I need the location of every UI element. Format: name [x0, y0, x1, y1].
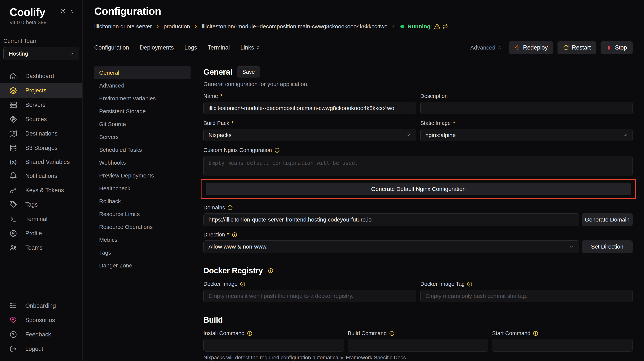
- domains-label: Domains: [204, 204, 225, 211]
- name-input[interactable]: [204, 102, 416, 114]
- build-pack-select[interactable]: Nixpacks: [204, 129, 416, 141]
- variables-icon: (x): [10, 159, 17, 165]
- subnav-item-scheduled-tasks[interactable]: Scheduled Tasks: [94, 143, 190, 156]
- docker-image-tag-input[interactable]: [420, 290, 633, 302]
- info-icon[interactable]: [268, 268, 274, 273]
- chevron-down-icon: [69, 51, 74, 56]
- custom-nginx-textarea[interactable]: [204, 156, 633, 176]
- sidebar-item-logout[interactable]: Logout: [0, 342, 82, 356]
- section-title-build: Build: [204, 315, 223, 324]
- subnav-item-advanced[interactable]: Advanced: [94, 79, 190, 92]
- static-image-select[interactable]: nginx:alpine: [420, 129, 633, 141]
- checklist-icon: [10, 302, 17, 310]
- install-command-input[interactable]: [204, 339, 344, 351]
- subnav-item-webhooks[interactable]: Webhooks: [94, 156, 190, 169]
- subnav-item-rollback[interactable]: Rollback: [94, 195, 190, 208]
- direction-select[interactable]: Allow www & non-www.: [204, 240, 579, 253]
- breadcrumb-project[interactable]: illicitonion quote server: [94, 23, 152, 30]
- sidebar-item-profile[interactable]: Profile: [0, 226, 82, 241]
- server-icon: [10, 101, 17, 109]
- tags-icon: [10, 201, 17, 208]
- subnav-item-tags[interactable]: Tags: [94, 246, 190, 259]
- home-icon: [10, 72, 17, 80]
- sidebar-item-servers[interactable]: Servers: [0, 98, 82, 112]
- subnav-item-preview-deployments[interactable]: Preview Deployments: [94, 169, 190, 182]
- subnav-item-persistent-storage[interactable]: Persistent Storage: [94, 105, 190, 118]
- subnav-item-git-source[interactable]: Git Source: [94, 118, 190, 131]
- advanced-dropdown[interactable]: Advanced: [470, 45, 502, 51]
- breadcrumb: illicitonion quote server production ill…: [94, 23, 633, 30]
- info-icon[interactable]: [232, 232, 238, 238]
- build-command-label: Build Command: [348, 330, 386, 336]
- tab-terminal[interactable]: Terminal: [208, 44, 230, 51]
- subnav-item-metrics[interactable]: Metrics: [94, 233, 190, 246]
- domains-input[interactable]: [204, 213, 579, 226]
- users-icon: [10, 244, 17, 252]
- sidebar-item-dashboard[interactable]: Dashboard: [0, 69, 82, 83]
- tab-logs[interactable]: Logs: [184, 44, 197, 51]
- info-icon[interactable]: [533, 330, 538, 336]
- collapse-chevrons-icon[interactable]: [70, 8, 74, 14]
- restart-button[interactable]: Restart: [558, 41, 596, 54]
- chevron-right-icon: [391, 24, 396, 29]
- breadcrumb-environment[interactable]: production: [164, 23, 190, 30]
- subnav-item-danger-zone[interactable]: Danger Zone: [94, 259, 190, 272]
- breadcrumb-application[interactable]: illicitestonion/-module--decomposition:m…: [202, 23, 388, 30]
- info-icon[interactable]: [467, 281, 472, 287]
- sidebar-item-destinations[interactable]: Destinations: [0, 126, 82, 141]
- chevron-right-icon: [194, 24, 198, 29]
- info-icon[interactable]: [240, 281, 246, 287]
- generate-domain-button[interactable]: Generate Domain: [582, 213, 633, 226]
- info-icon[interactable]: [227, 205, 233, 211]
- subnav-item-resource-operations[interactable]: Resource Operations: [94, 221, 190, 233]
- sidebar-item-tags[interactable]: Tags: [0, 197, 82, 212]
- description-input[interactable]: [420, 102, 633, 114]
- tab-configuration[interactable]: Configuration: [94, 44, 129, 51]
- sidebar-item-sources[interactable]: Sources: [0, 112, 82, 126]
- subnav-item-healthcheck[interactable]: Healthcheck: [94, 182, 190, 195]
- section-title-docker-registry: Docker Registry: [204, 266, 263, 275]
- sidebar-item-sponsor[interactable]: Sponsor us: [0, 313, 82, 327]
- info-icon[interactable]: [247, 330, 252, 336]
- sidebar-item-onboarding[interactable]: Onboarding: [0, 299, 82, 313]
- sidebar-item-shared-variables[interactable]: (x)Shared Variables: [0, 155, 82, 169]
- description-label: Description: [420, 93, 448, 99]
- subnav-item-servers[interactable]: Servers: [94, 131, 190, 143]
- docker-image-tag-label: Docker Image Tag: [420, 281, 465, 287]
- sidebar-item-feedback[interactable]: Feedback: [0, 327, 82, 342]
- stop-button[interactable]: Stop: [600, 41, 633, 54]
- sidebar-item-s3-storages[interactable]: S3 Storages: [0, 141, 82, 155]
- docker-image-input[interactable]: [204, 290, 416, 302]
- sidebar-item-teams[interactable]: Teams: [0, 241, 82, 255]
- build-command-input[interactable]: [348, 339, 488, 351]
- refresh-loop-icon[interactable]: [442, 24, 448, 29]
- tab-links[interactable]: Links: [240, 44, 260, 51]
- status-running-link[interactable]: Running: [408, 23, 430, 30]
- generate-nginx-config-button[interactable]: Generate Default Nginx Configuration: [206, 183, 631, 195]
- info-icon[interactable]: [389, 330, 395, 336]
- warning-triangle-icon[interactable]: [434, 23, 440, 30]
- annotation-highlight-box: Generate Default Nginx Configuration: [201, 179, 636, 199]
- sidebar-item-terminal[interactable]: Terminal: [0, 212, 82, 226]
- framework-docs-link[interactable]: Framework Specific Docs: [346, 354, 406, 360]
- save-button[interactable]: Save: [237, 66, 260, 78]
- info-icon[interactable]: [274, 147, 280, 153]
- theme-toggle-sun-icon[interactable]: [60, 8, 66, 14]
- sidebar-item-notifications[interactable]: Notifications: [0, 169, 82, 183]
- logout-icon: [10, 345, 17, 353]
- subnav-item-environment-variables[interactable]: Environment Variables: [94, 92, 190, 105]
- redeploy-button[interactable]: Redeploy: [508, 41, 553, 54]
- start-command-input[interactable]: [492, 339, 633, 351]
- settings-subnav: General Advanced Environment Variables P…: [94, 66, 190, 272]
- sidebar-item-projects[interactable]: Projects: [0, 83, 82, 98]
- subnav-item-resource-limits[interactable]: Resource Limits: [94, 208, 190, 221]
- chevrons-up-down-icon: [256, 45, 260, 50]
- subnav-item-general[interactable]: General: [94, 66, 190, 79]
- name-label: Name: [204, 93, 218, 99]
- tab-deployments[interactable]: Deployments: [140, 44, 174, 51]
- sidebar-item-keys-tokens[interactable]: Keys & Tokens: [0, 183, 82, 197]
- team-select[interactable]: Hosting: [4, 47, 79, 60]
- layers-icon: [10, 87, 17, 94]
- set-direction-button[interactable]: Set Direction: [582, 240, 633, 253]
- page-title: Configuration: [94, 5, 633, 17]
